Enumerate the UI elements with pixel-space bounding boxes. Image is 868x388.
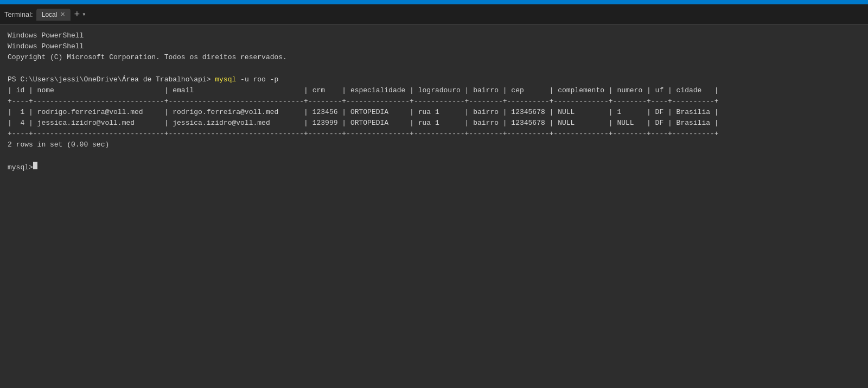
terminal-label: Terminal: [4, 10, 33, 18]
ps-prompt: PS C:\Users\jessi\OneDrive\Área de Traba… [8, 74, 215, 85]
table-row1: | 1 | rodrigo.ferreira@voll.med | rodrig… [8, 107, 860, 118]
blank-line1 [8, 63, 860, 74]
terminal-area: Windows PowerShell Windows PowerShell Co… [0, 25, 868, 388]
tab-local[interactable]: Local ✕ [36, 9, 71, 21]
top-partial-bar [0, 0, 868, 4]
chevron-down-icon[interactable]: ▾ [82, 10, 86, 18]
mysql-prompt-text: mysql> [8, 162, 33, 173]
copyright-line: Copyright (C) Microsoft Corporation. Tod… [8, 52, 860, 63]
rows-info: 2 rows in set (0.00 sec) [8, 139, 860, 150]
powershell-line1: Windows PowerShell [8, 30, 860, 41]
tab-bar: Terminal: Local ✕ + ▾ [0, 4, 868, 25]
table-sep2: +----+-------------------------------+--… [8, 129, 860, 139]
powershell-line2: Windows PowerShell [8, 41, 860, 52]
command-line: PS C:\Users\jessi\OneDrive\Área de Traba… [8, 74, 860, 85]
blank-line2 [8, 151, 860, 162]
cmd-args: -u roo -p [236, 74, 278, 85]
table-header: | id | nome | email | crm | especialidad… [8, 85, 860, 96]
tab-local-label: Local [42, 11, 58, 18]
table-row2: | 4 | jessica.izidro@voll.med | jessica.… [8, 118, 860, 129]
tab-add-icon[interactable]: + [74, 10, 80, 20]
cursor [33, 162, 37, 169]
cmd-command: mysql [215, 74, 236, 85]
mysql-prompt-line[interactable]: mysql> [8, 162, 860, 173]
table-sep1: +----+-------------------------------+--… [8, 96, 860, 107]
tab-close-icon[interactable]: ✕ [60, 11, 65, 18]
